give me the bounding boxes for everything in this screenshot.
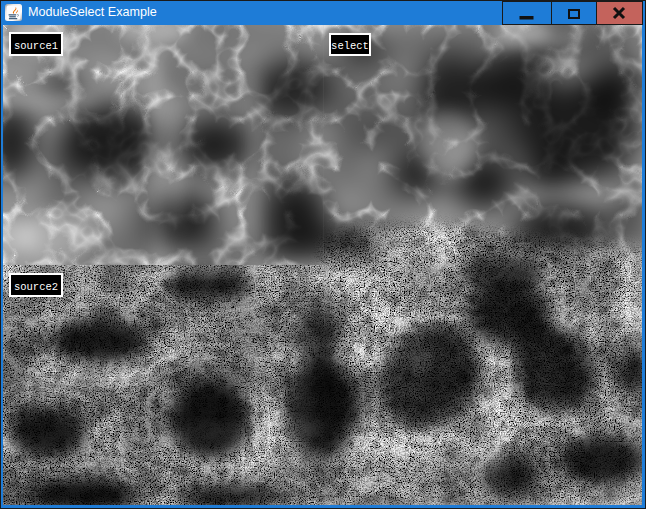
- svg-text:select: select: [331, 40, 369, 52]
- svg-text:source2: source2: [14, 281, 58, 293]
- svg-text:source1: source1: [14, 40, 58, 52]
